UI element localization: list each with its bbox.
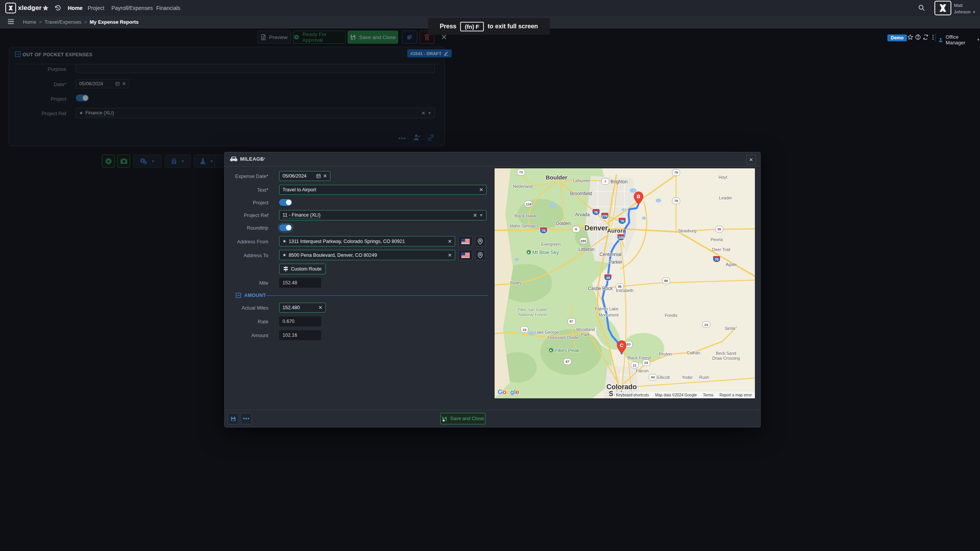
hamburger-menu-icon[interactable] — [8, 19, 14, 24]
nav-item-payroll-expenses[interactable]: Payroll/Expenses — [111, 0, 153, 16]
modal-save-and-close-button[interactable]: Save and Close — [440, 413, 485, 424]
breadcrumb-current: My Expense Reports — [90, 19, 139, 25]
favorites-star-icon[interactable] — [42, 5, 49, 11]
user-name: Matt Johnson — [954, 3, 970, 14]
company-logo[interactable] — [934, 1, 951, 15]
expense-date-value: 05/06/2024 — [283, 173, 314, 179]
address-from-map-pin-button[interactable] — [475, 236, 485, 246]
xledger-logo[interactable]: xledger — [5, 3, 42, 13]
breadcrumb: Home > Travel/Expenses > My Expense Repo… — [23, 16, 139, 28]
address-from-value: 1311 Interquest Parkway, Colorado Spring… — [289, 239, 446, 244]
address-to-input[interactable]: ★ 8500 Pena Boulevard, Denver, CO 80249 … — [279, 250, 455, 260]
us-flag-icon — [461, 253, 470, 258]
dropdown-caret-icon[interactable]: ▼ — [479, 213, 483, 217]
history-icon[interactable] — [54, 5, 61, 11]
modal-footer-divider — [225, 410, 760, 410]
keyboard-shortcuts-link[interactable]: Keyboard shortcuts — [616, 393, 649, 397]
project-ref-combo[interactable]: 11 - Finance (XLI) ✕ ▼ — [279, 210, 487, 220]
clear-address-to-icon[interactable]: ✕ — [448, 253, 452, 258]
car-icon — [230, 156, 238, 162]
chevron-down-icon: ▼ — [977, 38, 980, 42]
breadcrumb-travel-expenses[interactable]: Travel/Expenses — [44, 19, 81, 25]
text-value: Travel to Airport — [283, 187, 477, 192]
mileage-modal-title: MILEAGE — [240, 156, 264, 162]
amount-section-header: AMOUNT — [236, 293, 266, 298]
custom-route-label: Custom Route — [291, 266, 322, 272]
save-close-icon — [442, 416, 448, 422]
favorite-star-icon[interactable]: ★ — [283, 253, 286, 258]
text-input[interactable]: Travel to Airport ✕ — [279, 185, 487, 195]
save-button[interactable] — [228, 413, 239, 424]
fullscreen-toast: Press (fn) F to exit full screen — [428, 18, 550, 35]
amount-label: Amount — [211, 333, 268, 338]
project-toggle-label: Project — [211, 200, 268, 205]
address-to-map-pin-button[interactable] — [475, 250, 485, 260]
report-map-error-link[interactable]: Report a map error — [720, 393, 752, 397]
terms-link[interactable]: Terms — [703, 393, 713, 397]
roundtrip-toggle[interactable] — [279, 224, 292, 231]
text-label: Text* — [211, 187, 268, 193]
amount-field: 102.16 — [279, 330, 321, 340]
calendar-icon[interactable] — [316, 174, 321, 178]
xledger-x-icon — [5, 3, 16, 13]
address-from-label: Address From — [211, 239, 268, 245]
clear-address-from-icon[interactable]: ✕ — [448, 239, 452, 244]
project-ref-value: 11 - Finance (XLI) — [283, 212, 320, 218]
rate-value: 0.670 — [283, 319, 294, 324]
role-switcher[interactable]: Office Manager ▼ — [938, 34, 980, 46]
star-icon[interactable] — [907, 34, 913, 40]
breadcrumb-home[interactable]: Home — [23, 19, 36, 25]
clear-text-icon[interactable]: ✕ — [479, 187, 483, 192]
actual-miles-input[interactable]: 152.480 ✕ — [279, 303, 326, 313]
modal-header-divider — [225, 166, 760, 166]
address-to-country-flag-button[interactable] — [458, 250, 473, 260]
refresh-icon[interactable] — [923, 34, 929, 40]
collapse-section-icon[interactable] — [236, 293, 241, 298]
mileage-modal: MILEAGE ✕ Expense Date* 05/06/2024 ✕ Tex… — [224, 152, 761, 427]
nav-item-financials[interactable]: Financials — [156, 0, 180, 16]
map-data-label: Map data ©2024 Google — [655, 393, 697, 397]
divider — [935, 34, 936, 41]
save-icon — [230, 416, 236, 422]
search-icon[interactable] — [918, 4, 925, 11]
amount-section-line — [265, 295, 488, 296]
more-actions-button[interactable]: ••• — [241, 413, 252, 424]
clear-expense-date-icon[interactable]: ✕ — [323, 173, 327, 179]
role-label: Office Manager — [946, 34, 974, 46]
address-from-input[interactable]: ★ 1311 Interquest Parkway, Colorado Spri… — [279, 236, 455, 246]
mile-field: 152.48 — [279, 278, 321, 288]
chevron-down-icon: ▼ — [972, 10, 976, 14]
map-terrain — [495, 168, 755, 398]
project-toggle[interactable] — [279, 199, 292, 206]
mile-value: 152.48 — [283, 280, 297, 285]
expense-date-input[interactable]: 05/06/2024 ✕ — [279, 171, 330, 181]
help-icon[interactable] — [915, 34, 921, 40]
google-logo[interactable]: Google — [498, 388, 519, 396]
chevron-down-icon[interactable] — [261, 157, 265, 160]
nav-item-home[interactable]: Home — [68, 0, 83, 16]
modal-save-and-close-label: Save and Close — [450, 416, 484, 421]
clear-project-ref-icon[interactable]: ✕ — [473, 213, 477, 218]
clear-actual-miles-icon[interactable]: ✕ — [318, 305, 322, 310]
top-navbar: xledger Home Project Payroll/Expenses Fi… — [0, 0, 980, 16]
route-map[interactable]: BoulderLafayetteBrightonHoytNederlandLea… — [495, 168, 755, 398]
mile-label: Mile — [211, 280, 268, 286]
nav-item-project[interactable]: Project — [88, 0, 105, 16]
location-pin-icon — [478, 252, 483, 258]
route-sign-icon — [283, 266, 288, 272]
project-ref-label: Project Ref — [211, 212, 268, 218]
toast-prefix: Press — [440, 23, 457, 30]
address-to-value: 8500 Pena Boulevard, Denver, CO 80249 — [289, 253, 446, 258]
address-to-label: Address To — [211, 253, 268, 258]
roundtrip-label: Roundtrip — [211, 225, 268, 231]
demo-badge: Demo — [887, 34, 907, 41]
modal-close-button[interactable]: ✕ — [746, 155, 756, 165]
actual-miles-value: 152.480 — [283, 305, 316, 310]
custom-route-button[interactable]: Custom Route — [279, 264, 326, 274]
favorite-star-icon[interactable]: ★ — [283, 239, 286, 244]
person-icon — [938, 37, 943, 43]
actual-miles-label: Actual Miles — [211, 305, 268, 311]
address-from-country-flag-button[interactable] — [458, 236, 473, 246]
brand-text: xledger — [18, 4, 42, 12]
toast-key: (fn) F — [460, 22, 483, 31]
